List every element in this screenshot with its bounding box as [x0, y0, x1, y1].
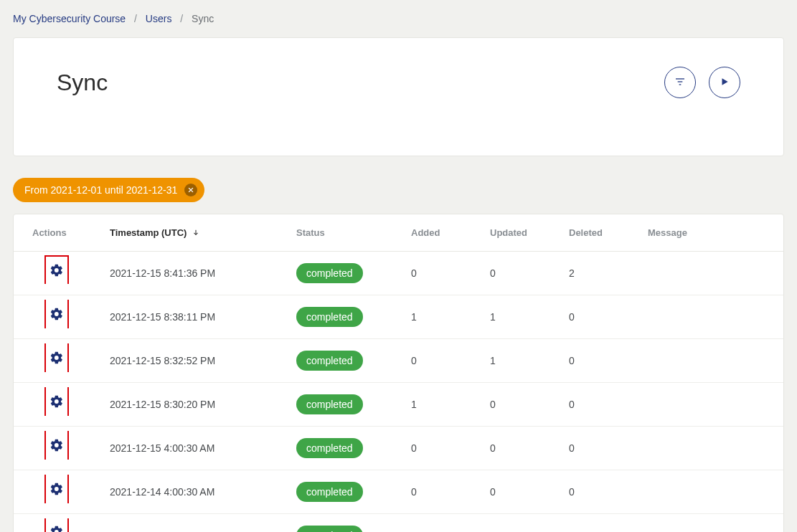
added-cell: 0 — [401, 427, 480, 470]
status-badge: completed — [296, 307, 363, 327]
updated-cell: 0 — [480, 470, 559, 514]
svg-marker-3 — [722, 78, 728, 85]
page-title: Sync — [57, 70, 108, 96]
status-badge: completed — [296, 351, 363, 371]
gear-icon[interactable] — [49, 307, 64, 321]
deleted-cell: 0 — [559, 339, 638, 383]
message-cell — [638, 295, 783, 339]
updated-cell: 1 — [480, 295, 559, 339]
col-header-timestamp-label: Timestamp (UTC) — [110, 227, 187, 238]
close-icon — [187, 186, 194, 194]
added-cell: 0 — [401, 339, 480, 383]
status-cell: completed — [286, 295, 401, 339]
deleted-cell: 2 — [559, 252, 638, 295]
col-header-added: Added — [401, 214, 480, 252]
timestamp-cell: 2021-12-13 4:00:31 AM — [100, 514, 286, 533]
message-cell — [638, 514, 783, 533]
table-row: 2021-12-15 8:41:36 PMcompleted002 — [14, 252, 783, 295]
status-badge: completed — [296, 526, 363, 532]
status-badge: completed — [296, 438, 363, 458]
col-header-actions: Actions — [14, 214, 100, 252]
table-row: 2021-12-13 4:00:31 AMcompleted000 — [14, 514, 783, 533]
status-cell: completed — [286, 383, 401, 427]
message-cell — [638, 470, 783, 514]
added-cell: 1 — [401, 295, 480, 339]
message-cell — [638, 383, 783, 427]
added-cell: 0 — [401, 514, 480, 533]
gear-icon[interactable] — [49, 394, 64, 409]
col-header-deleted: Deleted — [559, 214, 638, 252]
date-filter-chip[interactable]: From 2021-12-01 until 2021-12-31 — [13, 178, 204, 202]
timestamp-cell: 2021-12-15 8:32:52 PM — [100, 339, 286, 383]
message-cell — [638, 252, 783, 295]
added-cell: 0 — [401, 470, 480, 514]
sync-table: Actions Timestamp (UTC) Status Added Upd… — [13, 214, 784, 532]
updated-cell: 0 — [480, 252, 559, 295]
table-row: 2021-12-14 4:00:30 AMcompleted000 — [14, 470, 783, 514]
timestamp-cell: 2021-12-15 8:38:11 PM — [100, 295, 286, 339]
filter-chip-label: From 2021-12-01 until 2021-12-31 — [24, 184, 177, 196]
breadcrumb-link-users[interactable]: Users — [146, 13, 172, 24]
gear-icon[interactable] — [49, 438, 64, 452]
breadcrumb: My Cybersecurity Course / Users / Sync — [13, 13, 784, 24]
deleted-cell: 0 — [559, 427, 638, 470]
status-badge: completed — [296, 394, 363, 414]
deleted-cell: 0 — [559, 470, 638, 514]
updated-cell: 0 — [480, 383, 559, 427]
col-header-updated: Updated — [480, 214, 559, 252]
table-row: 2021-12-15 8:32:52 PMcompleted010 — [14, 339, 783, 383]
timestamp-cell: 2021-12-15 8:41:36 PM — [100, 252, 286, 295]
table-row: 2021-12-15 8:38:11 PMcompleted110 — [14, 295, 783, 339]
message-cell — [638, 427, 783, 470]
gear-icon[interactable] — [49, 525, 64, 532]
play-icon — [720, 77, 730, 89]
breadcrumb-separator: / — [134, 13, 137, 24]
col-header-message: Message — [638, 214, 783, 252]
timestamp-cell: 2021-12-15 4:00:30 AM — [100, 427, 286, 470]
breadcrumb-link-course[interactable]: My Cybersecurity Course — [13, 13, 126, 24]
run-sync-button[interactable] — [709, 67, 740, 98]
filter-button[interactable] — [664, 67, 696, 98]
gear-icon[interactable] — [49, 263, 64, 277]
breadcrumb-current: Sync — [192, 13, 214, 24]
status-cell: completed — [286, 339, 401, 383]
added-cell: 0 — [401, 252, 480, 295]
filter-chip-remove[interactable] — [184, 184, 197, 196]
status-cell: completed — [286, 470, 401, 514]
gear-icon[interactable] — [49, 482, 64, 496]
status-cell: completed — [286, 514, 401, 533]
filter-icon — [674, 76, 686, 90]
status-cell: completed — [286, 427, 401, 470]
status-badge: completed — [296, 263, 363, 283]
updated-cell: 1 — [480, 339, 559, 383]
header-card: Sync — [13, 37, 784, 156]
updated-cell: 0 — [480, 514, 559, 533]
status-cell: completed — [286, 252, 401, 295]
updated-cell: 0 — [480, 427, 559, 470]
table-row: 2021-12-15 4:00:30 AMcompleted000 — [14, 427, 783, 470]
status-badge: completed — [296, 482, 363, 502]
deleted-cell: 0 — [559, 514, 638, 533]
timestamp-cell: 2021-12-15 8:30:20 PM — [100, 383, 286, 427]
added-cell: 1 — [401, 383, 480, 427]
header-actions — [664, 67, 740, 98]
message-cell — [638, 339, 783, 383]
col-header-status: Status — [286, 214, 401, 252]
table-row: 2021-12-15 8:30:20 PMcompleted100 — [14, 383, 783, 427]
deleted-cell: 0 — [559, 383, 638, 427]
breadcrumb-separator: / — [180, 13, 183, 24]
gear-icon[interactable] — [49, 351, 64, 365]
deleted-cell: 0 — [559, 295, 638, 339]
timestamp-cell: 2021-12-14 4:00:30 AM — [100, 470, 286, 514]
sort-descending-icon — [192, 227, 199, 238]
col-header-timestamp[interactable]: Timestamp (UTC) — [100, 214, 286, 252]
